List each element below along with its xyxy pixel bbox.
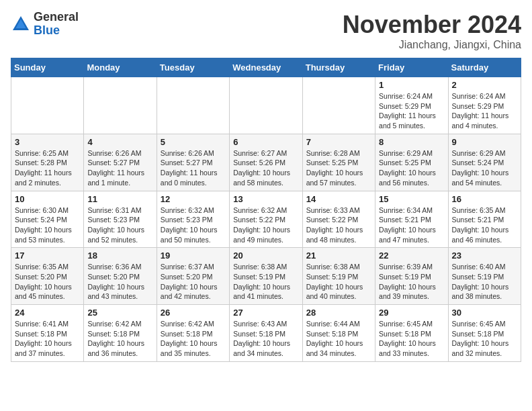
day-number: 27 bbox=[233, 308, 298, 318]
logo-general: General bbox=[34, 10, 79, 24]
day-info: Sunrise: 6:24 AMSunset: 5:29 PMDaylight:… bbox=[379, 91, 444, 131]
calendar-week-row: 24Sunrise: 6:41 AMSunset: 5:18 PMDayligh… bbox=[11, 305, 521, 362]
calendar-week-row: 1Sunrise: 6:24 AMSunset: 5:29 PMDaylight… bbox=[11, 77, 521, 134]
day-number: 12 bbox=[161, 194, 226, 204]
calendar-cell bbox=[157, 77, 229, 134]
day-info: Sunrise: 6:27 AMSunset: 5:26 PMDaylight:… bbox=[233, 148, 298, 188]
calendar-cell: 12Sunrise: 6:32 AMSunset: 5:23 PMDayligh… bbox=[157, 191, 229, 248]
day-info: Sunrise: 6:39 AMSunset: 5:19 PMDaylight:… bbox=[379, 262, 444, 302]
day-info: Sunrise: 6:29 AMSunset: 5:25 PMDaylight:… bbox=[379, 148, 444, 188]
title-block: November 2024 Jianchang, Jiangxi, China bbox=[343, 11, 521, 51]
calendar-cell: 11Sunrise: 6:31 AMSunset: 5:23 PMDayligh… bbox=[84, 191, 157, 248]
weekday-header-friday: Friday bbox=[375, 58, 448, 77]
calendar-cell: 6Sunrise: 6:27 AMSunset: 5:26 PMDaylight… bbox=[230, 134, 302, 191]
day-info: Sunrise: 6:42 AMSunset: 5:18 PMDaylight:… bbox=[87, 319, 152, 359]
calendar-cell: 19Sunrise: 6:37 AMSunset: 5:20 PMDayligh… bbox=[157, 248, 229, 305]
day-info: Sunrise: 6:35 AMSunset: 5:21 PMDaylight:… bbox=[452, 205, 517, 245]
logo-blue: Blue bbox=[34, 24, 60, 37]
calendar-cell: 29Sunrise: 6:45 AMSunset: 5:18 PMDayligh… bbox=[375, 305, 448, 362]
calendar-cell: 22Sunrise: 6:39 AMSunset: 5:19 PMDayligh… bbox=[375, 248, 448, 305]
day-info: Sunrise: 6:32 AMSunset: 5:22 PMDaylight:… bbox=[233, 205, 298, 245]
day-number: 1 bbox=[379, 80, 444, 90]
day-info: Sunrise: 6:24 AMSunset: 5:29 PMDaylight:… bbox=[452, 91, 517, 131]
day-number: 26 bbox=[161, 308, 226, 318]
calendar-cell: 30Sunrise: 6:45 AMSunset: 5:18 PMDayligh… bbox=[448, 305, 521, 362]
logo: General Blue bbox=[11, 11, 79, 38]
calendar-cell: 2Sunrise: 6:24 AMSunset: 5:29 PMDaylight… bbox=[448, 77, 521, 134]
weekday-header-monday: Monday bbox=[84, 58, 157, 77]
day-info: Sunrise: 6:32 AMSunset: 5:23 PMDaylight:… bbox=[161, 205, 226, 245]
day-number: 5 bbox=[161, 137, 226, 147]
calendar-cell: 25Sunrise: 6:42 AMSunset: 5:18 PMDayligh… bbox=[84, 305, 157, 362]
calendar-cell bbox=[230, 77, 302, 134]
calendar-cell: 26Sunrise: 6:42 AMSunset: 5:18 PMDayligh… bbox=[157, 305, 229, 362]
day-number: 2 bbox=[452, 80, 517, 90]
weekday-header-tuesday: Tuesday bbox=[157, 58, 229, 77]
calendar-week-row: 17Sunrise: 6:35 AMSunset: 5:20 PMDayligh… bbox=[11, 248, 521, 305]
weekday-header-sunday: Sunday bbox=[11, 58, 84, 77]
day-number: 17 bbox=[15, 250, 80, 261]
day-number: 23 bbox=[452, 250, 517, 261]
calendar-cell: 17Sunrise: 6:35 AMSunset: 5:20 PMDayligh… bbox=[11, 248, 84, 305]
day-number: 20 bbox=[233, 250, 298, 261]
day-number: 22 bbox=[379, 250, 444, 261]
day-info: Sunrise: 6:33 AMSunset: 5:22 PMDaylight:… bbox=[306, 205, 371, 245]
calendar-cell bbox=[84, 77, 157, 134]
day-number: 24 bbox=[15, 308, 80, 318]
day-number: 4 bbox=[87, 137, 152, 147]
calendar-cell: 7Sunrise: 6:28 AMSunset: 5:25 PMDaylight… bbox=[302, 134, 375, 191]
day-info: Sunrise: 6:40 AMSunset: 5:19 PMDaylight:… bbox=[452, 262, 517, 302]
calendar-week-row: 10Sunrise: 6:30 AMSunset: 5:24 PMDayligh… bbox=[11, 191, 521, 248]
calendar-cell: 1Sunrise: 6:24 AMSunset: 5:29 PMDaylight… bbox=[375, 77, 448, 134]
calendar-table: SundayMondayTuesdayWednesdayThursdayFrid… bbox=[11, 58, 521, 362]
day-info: Sunrise: 6:30 AMSunset: 5:24 PMDaylight:… bbox=[15, 205, 80, 245]
day-number: 9 bbox=[452, 137, 517, 147]
calendar-cell: 3Sunrise: 6:25 AMSunset: 5:28 PMDaylight… bbox=[11, 134, 84, 191]
day-info: Sunrise: 6:25 AMSunset: 5:28 PMDaylight:… bbox=[15, 148, 80, 188]
day-info: Sunrise: 6:45 AMSunset: 5:18 PMDaylight:… bbox=[452, 319, 517, 359]
day-info: Sunrise: 6:38 AMSunset: 5:19 PMDaylight:… bbox=[306, 262, 371, 302]
day-info: Sunrise: 6:29 AMSunset: 5:24 PMDaylight:… bbox=[452, 148, 517, 188]
calendar-week-row: 3Sunrise: 6:25 AMSunset: 5:28 PMDaylight… bbox=[11, 134, 521, 191]
logo-text: General Blue bbox=[34, 11, 79, 38]
calendar-cell: 16Sunrise: 6:35 AMSunset: 5:21 PMDayligh… bbox=[448, 191, 521, 248]
day-info: Sunrise: 6:36 AMSunset: 5:20 PMDaylight:… bbox=[87, 262, 152, 302]
day-number: 11 bbox=[87, 194, 152, 204]
day-info: Sunrise: 6:44 AMSunset: 5:18 PMDaylight:… bbox=[306, 319, 371, 359]
calendar-cell: 5Sunrise: 6:26 AMSunset: 5:27 PMDaylight… bbox=[157, 134, 229, 191]
day-number: 10 bbox=[15, 194, 80, 204]
day-number: 25 bbox=[87, 308, 152, 318]
calendar-cell: 28Sunrise: 6:44 AMSunset: 5:18 PMDayligh… bbox=[302, 305, 375, 362]
calendar-cell: 27Sunrise: 6:43 AMSunset: 5:18 PMDayligh… bbox=[230, 305, 302, 362]
day-info: Sunrise: 6:35 AMSunset: 5:20 PMDaylight:… bbox=[15, 262, 80, 302]
weekday-header-saturday: Saturday bbox=[448, 58, 521, 77]
day-info: Sunrise: 6:41 AMSunset: 5:18 PMDaylight:… bbox=[15, 319, 80, 359]
calendar-cell: 8Sunrise: 6:29 AMSunset: 5:25 PMDaylight… bbox=[375, 134, 448, 191]
location-subtitle: Jianchang, Jiangxi, China bbox=[343, 39, 521, 51]
day-info: Sunrise: 6:26 AMSunset: 5:27 PMDaylight:… bbox=[87, 148, 152, 188]
day-number: 8 bbox=[379, 137, 444, 147]
day-info: Sunrise: 6:34 AMSunset: 5:21 PMDaylight:… bbox=[379, 205, 444, 245]
weekday-header-wednesday: Wednesday bbox=[230, 58, 302, 77]
calendar-cell: 14Sunrise: 6:33 AMSunset: 5:22 PMDayligh… bbox=[302, 191, 375, 248]
day-number: 21 bbox=[306, 250, 371, 261]
day-number: 16 bbox=[452, 194, 517, 204]
day-number: 6 bbox=[233, 137, 298, 147]
day-number: 18 bbox=[87, 250, 152, 261]
calendar-cell: 24Sunrise: 6:41 AMSunset: 5:18 PMDayligh… bbox=[11, 305, 84, 362]
day-info: Sunrise: 6:43 AMSunset: 5:18 PMDaylight:… bbox=[233, 319, 298, 359]
day-info: Sunrise: 6:28 AMSunset: 5:25 PMDaylight:… bbox=[306, 148, 371, 188]
weekday-header-thursday: Thursday bbox=[302, 58, 375, 77]
calendar-cell bbox=[302, 77, 375, 134]
day-info: Sunrise: 6:42 AMSunset: 5:18 PMDaylight:… bbox=[161, 319, 226, 359]
calendar-cell: 4Sunrise: 6:26 AMSunset: 5:27 PMDaylight… bbox=[84, 134, 157, 191]
day-number: 30 bbox=[452, 308, 517, 318]
month-title: November 2024 bbox=[343, 11, 521, 39]
day-number: 14 bbox=[306, 194, 371, 204]
logo-icon bbox=[11, 14, 31, 34]
day-number: 13 bbox=[233, 194, 298, 204]
calendar-cell: 20Sunrise: 6:38 AMSunset: 5:19 PMDayligh… bbox=[230, 248, 302, 305]
page-header: General Blue November 2024 Jianchang, Ji… bbox=[11, 11, 521, 51]
day-number: 29 bbox=[379, 308, 444, 318]
calendar-cell: 23Sunrise: 6:40 AMSunset: 5:19 PMDayligh… bbox=[448, 248, 521, 305]
